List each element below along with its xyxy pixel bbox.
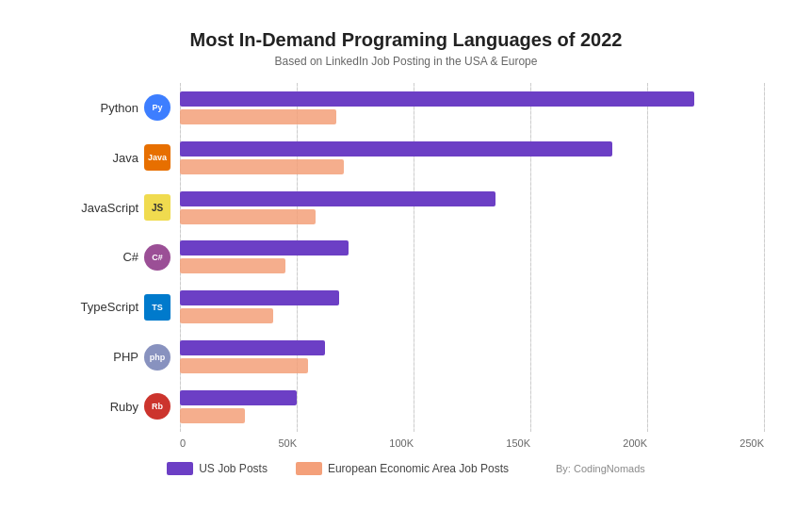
bar-us [180,290,339,305]
x-axis: 050K100K150K200K250K [180,437,764,449]
lang-icon-c#: C# [144,244,171,271]
bar-us [180,141,612,157]
legend-us-label: US Job Posts [199,462,268,475]
lang-name: JavaScript [81,201,138,215]
legend-eu-color [296,462,322,475]
lang-name: PHP [113,350,138,364]
y-labels: PythonPyJavaJavaJavaScriptJSC#C#TypeScri… [48,83,180,432]
lang-icon-python: Py [144,94,171,121]
bar-eu [180,209,316,224]
legend-us-color [167,462,193,475]
chart-subtitle: Based on LinkedIn Job Posting in the USA… [48,55,764,68]
lang-name: C# [122,250,138,264]
bar-group [180,185,764,230]
grid-line [764,83,765,432]
bar-us [180,390,297,405]
bar-eu [180,258,285,273]
bar-eu [180,308,273,323]
x-tick: 200K [623,437,647,449]
bar-eu [180,159,344,174]
y-label: C#C# [48,235,171,280]
y-label: JavaScriptJS [48,185,171,230]
bar-group [180,85,764,130]
bar-group [180,135,764,180]
lang-name: Java [113,151,138,165]
lang-name: Ruby [110,400,138,414]
bar-group [180,285,764,330]
bar-us [180,340,325,355]
chart-container: Most In-Demand Programing Languages of 2… [20,10,792,501]
y-label: JavaJava [48,135,171,180]
lang-name: Python [101,101,138,115]
legend-us: US Job Posts [167,462,268,475]
chart-area: PythonPyJavaJavaJavaScriptJSC#C#TypeScri… [48,83,764,432]
bar-eu [180,358,308,373]
bar-group [180,335,764,380]
chart-title: Most In-Demand Programing Languages of 2… [48,29,764,51]
y-label: TypeScriptTS [48,285,171,330]
bar-eu [180,109,336,124]
bar-us [180,191,495,206]
legend-eu: European Economic Area Job Posts [296,462,509,475]
x-tick: 250K [739,437,764,449]
lang-icon-php: php [144,344,171,371]
y-label: PHPphp [48,335,171,380]
credit: By: CodingNomads [556,463,645,474]
bar-group [180,235,764,280]
x-tick: 50K [278,437,297,449]
legend: US Job Posts European Economic Area Job … [48,462,764,475]
bar-group [180,384,764,429]
x-tick: 0 [180,437,186,449]
legend-eu-label: European Economic Area Job Posts [328,462,509,475]
lang-name: TypeScript [81,300,138,314]
lang-icon-javascript: JS [144,194,171,221]
bar-us [180,240,349,256]
y-label: PythonPy [48,85,171,130]
x-tick: 150K [506,437,530,449]
bar-us [180,91,694,107]
bars-section [180,83,764,432]
lang-icon-java: Java [144,144,171,171]
y-label: RubyRb [48,384,171,429]
x-tick: 100K [389,437,414,449]
bar-eu [180,408,245,423]
lang-icon-typescript: TS [144,294,171,321]
lang-icon-ruby: Rb [144,393,171,420]
